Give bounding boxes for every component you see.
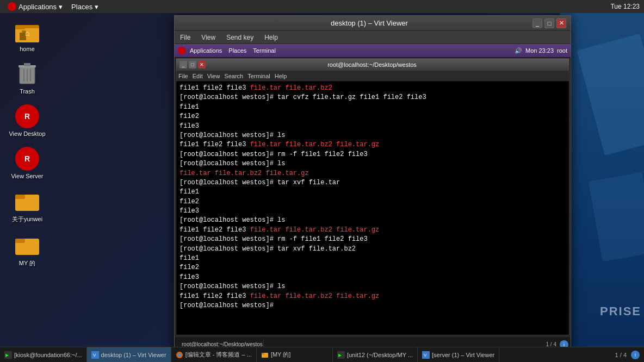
svg-text:⌂: ⌂: [25, 29, 29, 38]
svg-rect-30: [262, 353, 264, 354]
my-icon-label: MY 的: [19, 259, 35, 267]
terminal-window: _ □ ✕ root@localhost:~/Desktop/westos Fi…: [176, 58, 569, 335]
vm-sound-icon: 🔊: [515, 47, 522, 54]
virt-title-bar: desktop (1) – Virt Viewer _ □ ✕: [175, 16, 571, 31]
taskbar-kiosk-icon: ▶: [4, 351, 12, 359]
taskbar-my-icon: [261, 351, 269, 359]
virt-maximize-button[interactable]: □: [544, 18, 554, 28]
vm-top-left: Applications Places Terminal: [178, 47, 278, 54]
terminal-menu-bar: File Edit View Search Terminal Help: [176, 71, 569, 82]
terminal-title-text: root@localhost:~/Desktop/westos: [206, 61, 538, 68]
vm-top-bar: Applications Places Terminal 🔊 Mon 23:23…: [175, 44, 571, 57]
terminal-menu-file[interactable]: File: [178, 73, 188, 79]
top-bar-right: Tue 12:23: [610, 3, 640, 10]
taskbar-firefox-icon: [176, 351, 183, 359]
desktop-icon-view-server[interactable]: R View Server: [5, 143, 49, 182]
taskbar-end: 1 / 4 i: [611, 351, 644, 359]
view-server-icon-img: R: [14, 146, 40, 172]
vm-menu-terminal[interactable]: Terminal: [251, 47, 278, 54]
taskbar-item-unit12[interactable]: ▶ [unit12 (~/Desktop/MY ...: [333, 347, 418, 362]
my-icon-img: [14, 232, 40, 258]
system-top-bar: Applications ▾ Places ▾ Tue 12:23: [0, 0, 644, 13]
virt-menu-sendkey[interactable]: Send key: [224, 34, 256, 41]
svg-rect-3: [15, 25, 25, 29]
desktop-icon-view-desktop[interactable]: R View Desktop: [5, 101, 49, 139]
virt-minimize-button[interactable]: _: [532, 18, 542, 28]
virt-menu-file[interactable]: File: [178, 34, 193, 41]
taskbar-item-server[interactable]: V [server (1) – Virt Viewer: [418, 347, 499, 362]
about-yunwei-icon-img: [14, 188, 40, 214]
desktop-icon-about-yunwei[interactable]: 关于yunwei: [5, 186, 49, 226]
vm-top-right: 🔊 Mon 23:23 root: [515, 47, 567, 54]
taskbar-virt-icon: V: [91, 351, 99, 359]
accent-shape-2: [589, 172, 644, 261]
taskbar-page-circle: i: [631, 351, 640, 359]
desktop-icon-home[interactable]: ⌂ home: [5, 16, 49, 54]
home-icon-img: ⌂: [14, 18, 40, 45]
taskbar-firefox-label: [编辑文章 - 博客频道 – ...: [185, 351, 252, 359]
vm-menu-applications[interactable]: Applications: [188, 47, 224, 54]
home-icon-label: home: [20, 46, 35, 52]
terminal-output[interactable]: file1 file2 file3 file.tar file.tar.bz2[…: [176, 82, 569, 335]
virt-viewer-window: desktop (1) – Virt Viewer _ □ ✕ File Vie…: [174, 15, 571, 352]
prise-text: PRISE: [600, 304, 641, 319]
taskbar-item-kiosk[interactable]: ▶ [kiosk@foundation66:~/...: [0, 347, 87, 362]
terminal-title-controls: _ □ ✕: [179, 61, 206, 68]
view-desktop-icon-label: View Desktop: [9, 130, 45, 137]
vm-redhat-icon: [178, 47, 185, 54]
taskbar-unit12-label: [unit12 (~/Desktop/MY ...: [347, 352, 413, 358]
redhat-server-icon: R: [15, 147, 39, 171]
desktop: Applications ▾ Places ▾ Tue 12:23: [0, 0, 644, 362]
taskbar-page-indicator: 1 / 4: [615, 352, 627, 358]
virt-close-button[interactable]: ✕: [556, 18, 566, 28]
svg-text:R: R: [24, 154, 30, 163]
applications-chevron: ▾: [59, 3, 63, 11]
terminal-maximize-btn[interactable]: □: [189, 61, 196, 68]
terminal-minimize-btn[interactable]: _: [179, 61, 187, 68]
trash-icon-label: Trash: [20, 88, 35, 95]
accent-shape-1: [577, 34, 644, 155]
virt-menu-help[interactable]: Help: [262, 34, 280, 41]
virt-menu-bar: File View Send key Help: [175, 31, 571, 44]
trash-icon-img: [14, 61, 40, 87]
svg-text:▶: ▶: [5, 353, 9, 358]
svg-rect-20: [15, 239, 25, 243]
taskbar-virt-label: desktop (1) – Virt Viewer: [101, 352, 166, 358]
about-yunwei-icon-label: 关于yunwei: [12, 215, 42, 223]
svg-rect-18: [15, 195, 25, 199]
taskbar-item-my[interactable]: [MY 的]: [257, 347, 333, 362]
taskbar-item-firefox[interactable]: [编辑文章 - 博客频道 – ...: [171, 347, 257, 362]
vm-time: Mon 23:23: [525, 47, 554, 54]
vm-content-area: Applications Places Terminal 🔊 Mon 23:23…: [175, 44, 571, 352]
svg-point-28: [178, 353, 181, 357]
desktop-icon-my[interactable]: MY 的: [5, 230, 49, 270]
places-chevron: ▾: [95, 3, 98, 11]
places-label: Places: [71, 3, 92, 11]
desktop-icons-area: ⌂ home Trash R: [5, 16, 49, 270]
terminal-menu-view[interactable]: View: [207, 73, 220, 79]
taskbar-item-virt[interactable]: V desktop (1) – Virt Viewer: [87, 347, 171, 362]
places-menu[interactable]: Places ▾: [68, 3, 102, 11]
main-taskbar: ▶ [kiosk@foundation66:~/... V desktop (1…: [0, 347, 644, 362]
svg-point-0: [9, 4, 15, 9]
terminal-menu-terminal[interactable]: Terminal: [247, 73, 270, 79]
svg-text:V: V: [424, 353, 427, 358]
vm-menu-places[interactable]: Places: [226, 47, 249, 54]
redhat-desktop-icon: R: [15, 104, 39, 128]
terminal-menu-search[interactable]: Search: [224, 73, 243, 79]
desktop-icon-trash[interactable]: Trash: [5, 59, 49, 97]
svg-text:▶: ▶: [338, 353, 342, 358]
virt-window-title: desktop (1) – Virt Viewer: [206, 19, 532, 27]
taskbar-server-icon: V: [422, 351, 430, 359]
view-server-icon-label: View Server: [11, 173, 43, 179]
virt-menu-view[interactable]: View: [199, 34, 218, 41]
virt-window-controls: _ □ ✕: [532, 18, 566, 28]
top-bar-left: Applications ▾ Places ▾: [4, 2, 102, 11]
terminal-menu-help[interactable]: Help: [275, 73, 287, 79]
applications-menu[interactable]: Applications ▾: [4, 2, 66, 11]
svg-text:V: V: [93, 353, 96, 358]
svg-text:R: R: [24, 112, 30, 121]
terminal-title-bar: _ □ ✕ root@localhost:~/Desktop/westos: [176, 59, 569, 71]
terminal-close-btn[interactable]: ✕: [198, 61, 206, 68]
terminal-menu-edit[interactable]: Edit: [193, 73, 203, 79]
